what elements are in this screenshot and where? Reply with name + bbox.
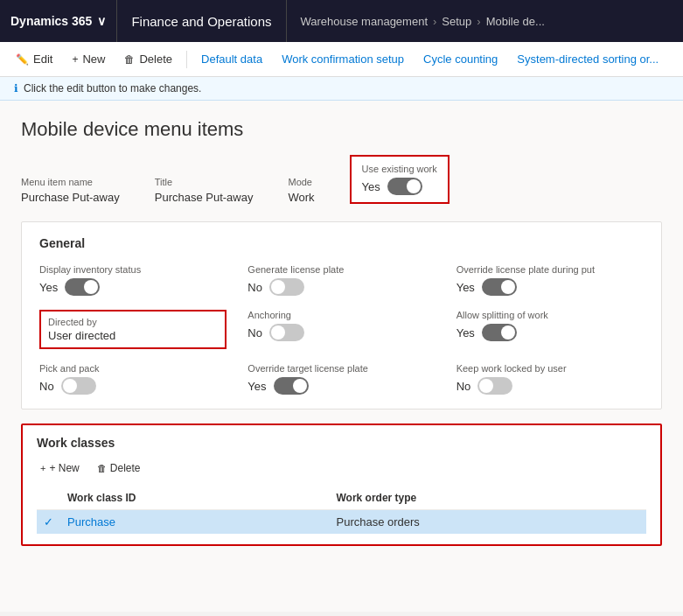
anchoring-value: No [247,326,262,340]
title-field: Title Purchase Put-away [155,177,254,204]
general-fields-grid: Display inventory status Yes Generate li… [39,264,644,395]
dynamics365-label: Dynamics 365 [10,14,92,28]
keep-work-locked-field: Keep work locked by user No [456,363,644,395]
override-license-plate-toggle-container: Yes [456,278,644,296]
work-classes-delete-label: Delete [110,462,141,474]
mode-label: Mode [288,177,314,187]
edit-icon: ✏️ [16,53,29,66]
anchoring-toggle[interactable] [269,324,304,341]
work-class-id-link[interactable]: Purchase [67,515,115,528]
work-classes-toolbar: + + New 🗑 Delete [37,460,646,476]
use-existing-work-toggle[interactable] [387,178,422,195]
work-classes-section: Work classes + + New 🗑 Delete Work class… [21,424,662,546]
new-button[interactable]: + New [63,46,114,74]
override-target-license-plate-field: Override target license plate Yes [247,363,435,395]
generate-license-plate-field: Generate license plate No [247,264,435,296]
use-existing-work-field: Use existing work Yes [350,155,450,204]
use-existing-work-label: Use existing work [362,164,437,174]
system-directed-button[interactable]: System-directed sorting or... [508,46,667,74]
cycle-counting-button[interactable]: Cycle counting [415,46,506,74]
info-icon: ℹ [14,82,18,94]
override-license-plate-value: Yes [456,281,475,294]
display-inventory-status-label: Display inventory status [39,264,227,275]
work-order-type-column-header: Work order type [329,486,646,510]
pick-and-pack-toggle-container: No [39,377,227,395]
table-row[interactable]: ✓ Purchase Purchase orders [37,510,646,535]
override-target-license-plate-label: Override target license plate [247,363,435,374]
general-section: General Display inventory status Yes Gen… [21,221,662,410]
override-license-plate-field: Override license plate during put Yes [456,264,644,296]
plus-icon: + [40,463,45,473]
toolbar: ✏️ Edit + New 🗑 Delete Default data Work… [0,42,683,77]
keep-work-locked-value: No [456,380,471,393]
work-classes-table: Work class ID Work order type ✓ Purchase… [37,486,646,534]
allow-splitting-label: Allow splitting of work [456,310,644,320]
work-classes-new-label: + New [49,462,79,474]
anchoring-label: Anchoring [247,310,435,320]
pick-and-pack-value: No [39,380,54,393]
general-title: General [39,236,644,250]
app-name: Finance and Operations [117,0,286,42]
toolbar-separator [186,51,187,68]
table-header-row: Work class ID Work order type [37,486,646,510]
mode-value: Work [288,191,314,204]
dynamics365-nav[interactable]: Dynamics 365 ∨ [10,0,117,42]
work-classes-delete-button[interactable]: 🗑 Delete [94,460,144,476]
generate-license-plate-label: Generate license plate [247,264,435,275]
override-target-license-plate-toggle[interactable] [274,377,309,395]
menu-item-name-field: Menu item name Purchase Put-away [21,177,120,204]
row-check: ✓ [37,510,60,535]
allow-splitting-value: Yes [456,326,475,340]
anchoring-toggle-container: No [247,324,435,341]
work-confirmation-button[interactable]: Work confirmation setup [273,46,413,74]
mode-field: Mode Work [288,177,314,204]
display-inventory-status-field: Display inventory status Yes [39,264,227,296]
title-value: Purchase Put-away [155,191,254,204]
main-content: Mobile device menu items Menu item name … [0,101,683,612]
edit-button[interactable]: ✏️ Edit [7,46,61,74]
pick-and-pack-field: Pick and pack No [39,363,227,395]
work-classes-title: Work classes [37,436,646,450]
override-target-license-plate-toggle-container: Yes [247,377,435,395]
directed-by-value: User directed [48,329,218,342]
keep-work-locked-label: Keep work locked by user [456,363,644,374]
delete-button[interactable]: 🗑 Delete [115,46,181,74]
display-inventory-status-value: Yes [39,281,58,294]
breadcrumb-chevron1: › [433,15,436,28]
override-license-plate-toggle[interactable] [482,278,517,296]
breadcrumb-item3: Mobile de... [486,15,545,28]
generate-license-plate-toggle[interactable] [269,278,304,296]
info-message: Click the edit button to make changes. [24,82,201,94]
directed-by-label: Directed by [48,317,218,327]
breadcrumb-item2: Setup [442,15,471,28]
use-existing-work-value: Yes [362,180,380,193]
menu-item-name-value: Purchase Put-away [21,191,120,204]
pick-and-pack-toggle[interactable] [61,377,96,395]
default-data-button[interactable]: Default data [192,46,271,74]
breadcrumb: Warehouse management › Setup › Mobile de… [287,15,545,28]
title-label: Title [155,177,254,187]
trash-icon: 🗑 [97,463,107,473]
toggle-track [387,178,422,195]
override-license-plate-label: Override license plate during put [456,264,644,275]
work-class-id-column-header: Work class ID [60,486,329,510]
row-work-class-id: Purchase [60,510,329,535]
row-work-order-type: Purchase orders [329,510,646,535]
allow-splitting-toggle-container: Yes [456,324,644,341]
use-existing-work-toggle-container: Yes [362,178,437,195]
directed-by-field: Directed by User directed [39,310,227,349]
display-inventory-status-toggle[interactable] [65,278,100,296]
plus-icon: + [72,53,78,66]
display-inventory-status-toggle-container: Yes [39,278,227,296]
pick-and-pack-label: Pick and pack [39,363,227,374]
header-fields: Menu item name Purchase Put-away Title P… [21,155,662,204]
top-navigation: Dynamics 365 ∨ Finance and Operations Wa… [0,0,683,42]
anchoring-field: Anchoring No [247,310,435,349]
keep-work-locked-toggle[interactable] [477,377,512,395]
override-target-license-plate-value: Yes [247,380,266,393]
work-classes-new-button[interactable]: + + New [37,460,83,476]
keep-work-locked-toggle-container: No [456,377,644,395]
allow-splitting-toggle[interactable] [482,324,517,341]
page-title: Mobile device menu items [21,118,662,141]
dynamics365-chevron: ∨ [97,14,106,28]
